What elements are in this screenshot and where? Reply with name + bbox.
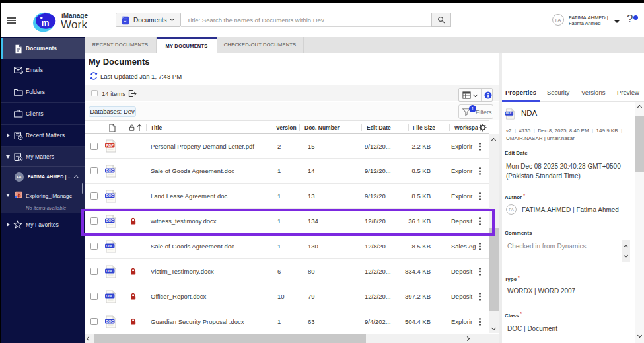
svg-text:m: m [41, 18, 49, 28]
